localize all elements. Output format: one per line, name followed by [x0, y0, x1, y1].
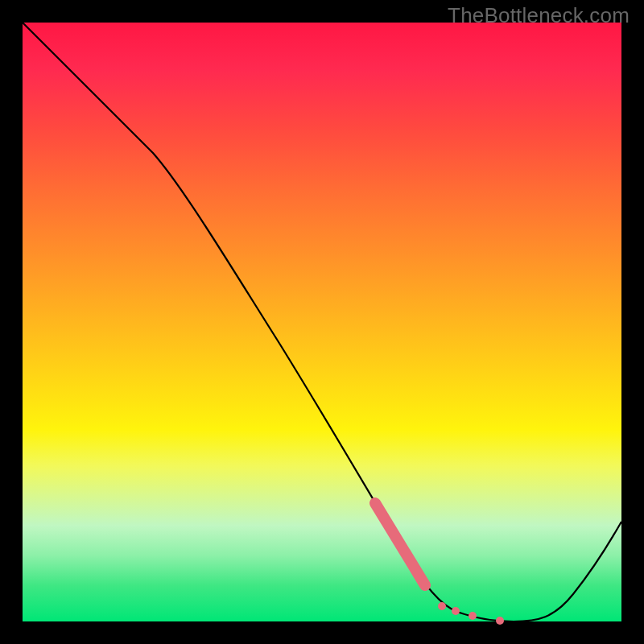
svg-point-3 — [469, 612, 477, 620]
svg-point-1 — [438, 602, 446, 610]
svg-point-4 — [496, 617, 504, 625]
plot-area — [23, 23, 621, 621]
tick-segment — [375, 503, 425, 585]
curve-svg — [23, 23, 621, 621]
chart-container: TheBottleneck.com — [0, 0, 644, 644]
watermark-text: TheBottleneck.com — [448, 3, 630, 28]
svg-point-2 — [452, 607, 460, 615]
tick-cluster — [438, 602, 504, 625]
bottleneck-curve — [23, 23, 621, 621]
svg-line-0 — [375, 503, 425, 585]
